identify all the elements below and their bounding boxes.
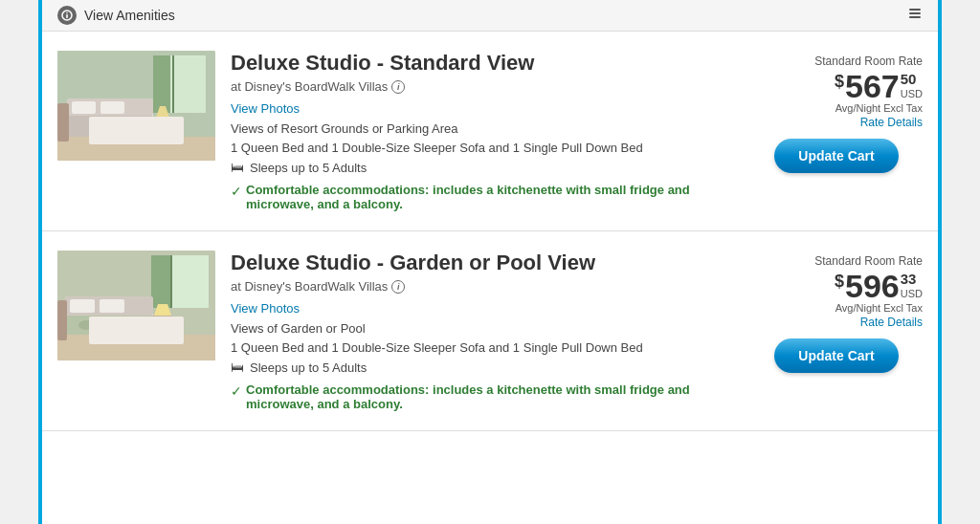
svg-rect-13 — [100, 101, 124, 114]
svg-rect-25 — [70, 299, 95, 313]
svg-rect-2 — [66, 14, 68, 18]
room-title-1: Deluxe Studio - Standard View — [231, 51, 759, 76]
room-description-2: Views of Garden or Pool — [231, 321, 759, 336]
sleeps-row-1: 🛏 Sleeps up to 5 Adults — [231, 160, 759, 175]
top-bar-left: View Amenities — [57, 6, 175, 25]
pricing-section-1: Standard Room Rate $ 567 50 USD Avg/Nigh… — [774, 51, 923, 173]
rate-details-link-2[interactable]: Rate Details — [774, 316, 923, 329]
comfortable-text-2: Comfortable accommodations: includes a k… — [246, 382, 759, 411]
top-bar-right-icon — [907, 6, 923, 25]
price-cents-2: 33 — [901, 272, 917, 288]
update-cart-button-1[interactable]: Update Cart — [774, 139, 899, 173]
bed-icon-2: 🛏 — [231, 360, 244, 375]
svg-point-30 — [126, 318, 142, 328]
pricing-section-2: Standard Room Rate $ 596 33 USD Avg/Nigh… — [774, 251, 923, 373]
svg-point-1 — [66, 12, 68, 14]
view-photos-link-1[interactable]: View Photos — [231, 101, 759, 116]
svg-rect-12 — [72, 101, 96, 114]
price-dollar-1: $ — [835, 72, 844, 92]
price-cents-usd-2: 33 USD — [901, 272, 923, 299]
room-image-1 — [57, 51, 215, 161]
price-main-2: 596 — [845, 270, 900, 302]
svg-rect-21 — [151, 255, 170, 308]
svg-point-29 — [102, 324, 118, 334]
room-location-1: at Disney's BoardWalk Villas i — [231, 79, 759, 94]
sleeps-row-2: 🛏 Sleeps up to 5 Adults — [231, 360, 759, 375]
svg-rect-33 — [151, 316, 172, 337]
page-wrapper: View Amenities — [38, 0, 942, 524]
svg-point-28 — [78, 320, 94, 330]
svg-rect-3 — [909, 9, 921, 11]
room-details-2: Deluxe Studio - Garden or Pool View at D… — [231, 251, 759, 411]
price-cents-1: 50 — [901, 72, 917, 88]
comfortable-row-2: ✓ Comfortable accommodations: includes a… — [231, 382, 759, 411]
check-icon-1: ✓ — [231, 184, 242, 199]
info-icon-1[interactable]: i — [391, 80, 405, 94]
standard-rate-label-2: Standard Room Rate — [774, 254, 923, 268]
bed-icon-1: 🛏 — [231, 160, 244, 175]
room-beds-2: 1 Queen Bed and 1 Double-Size Sleeper So… — [231, 340, 759, 355]
view-photos-link-2[interactable]: View Photos — [231, 301, 759, 316]
amenities-icon — [57, 6, 77, 25]
standard-rate-label-1: Standard Room Rate — [774, 55, 923, 68]
svg-rect-15 — [57, 137, 215, 161]
view-amenities-label[interactable]: View Amenities — [84, 8, 175, 23]
avg-night-label-2: Avg/Night Excl Tax — [774, 302, 923, 314]
svg-rect-26 — [100, 299, 124, 313]
room-description-1: Views of Resort Grounds or Parking Area — [231, 121, 759, 136]
update-cart-button-2[interactable]: Update Cart — [774, 338, 899, 373]
svg-rect-4 — [909, 12, 921, 14]
svg-rect-17 — [153, 118, 172, 137]
room-card-2: Deluxe Studio - Garden or Pool View at D… — [42, 231, 938, 431]
price-dollar-2: $ — [835, 272, 844, 292]
svg-rect-22 — [170, 255, 172, 308]
room-image-2 — [57, 251, 215, 360]
rate-details-link-1[interactable]: Rate Details — [774, 116, 923, 129]
price-cents-usd-1: 50 USD — [901, 72, 923, 99]
price-main-1: 567 — [845, 70, 900, 102]
svg-rect-8 — [153, 55, 170, 113]
svg-rect-5 — [909, 16, 921, 18]
comfortable-row-1: ✓ Comfortable accommodations: includes a… — [231, 183, 759, 211]
room-title-2: Deluxe Studio - Garden or Pool View — [231, 251, 759, 275]
svg-rect-9 — [172, 55, 174, 113]
room-card-1: Deluxe Studio - Standard View at Disney'… — [42, 32, 938, 231]
price-usd-2: USD — [901, 288, 923, 299]
room-details-1: Deluxe Studio - Standard View at Disney'… — [231, 51, 759, 211]
price-row-1: $ 567 50 USD — [774, 70, 923, 102]
check-icon-2: ✓ — [231, 383, 242, 399]
info-icon-2[interactable]: i — [391, 280, 405, 294]
price-usd-1: USD — [901, 88, 923, 99]
price-row-2: $ 596 33 USD — [774, 270, 923, 302]
room-beds-1: 1 Queen Bed and 1 Double-Size Sleeper So… — [231, 141, 759, 155]
avg-night-label-1: Avg/Night Excl Tax — [774, 102, 923, 114]
svg-rect-16 — [57, 103, 69, 142]
room-location-2: at Disney's BoardWalk Villas i — [231, 279, 759, 294]
top-bar: View Amenities — [42, 0, 938, 32]
svg-rect-31 — [57, 335, 215, 360]
svg-rect-32 — [57, 300, 67, 340]
comfortable-text-1: Comfortable accommodations: includes a k… — [246, 183, 759, 211]
